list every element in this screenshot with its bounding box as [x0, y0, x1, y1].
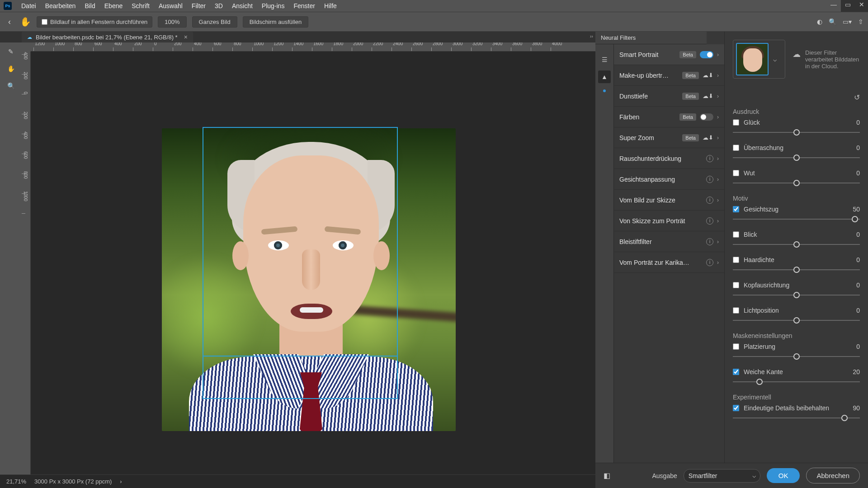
menu-ebene[interactable]: Ebene	[100, 1, 127, 11]
slider-knob[interactable]	[756, 379, 763, 385]
slider-checkbox[interactable]	[733, 257, 739, 263]
eyedropper-tool-icon[interactable]: ✎	[4, 45, 18, 58]
back-icon[interactable]: ‹	[5, 15, 14, 28]
filter-item-f-rben[interactable]: FärbenBeta›	[614, 107, 724, 127]
slider-track[interactable]	[733, 316, 860, 325]
filter-item-dunsttiefe[interactable]: DunsttiefeBeta☁⬇›	[614, 86, 724, 107]
menu-filter[interactable]: Filter	[188, 1, 210, 11]
search-icon[interactable]: 🔍	[829, 18, 836, 25]
hand-tool-icon[interactable]: ✋	[20, 16, 31, 27]
info-icon[interactable]: i	[706, 238, 713, 245]
info-icon[interactable]: i	[706, 155, 713, 162]
slider-checkbox[interactable]	[733, 369, 739, 375]
slider-knob[interactable]	[793, 317, 800, 324]
slider-knob[interactable]	[793, 292, 800, 298]
featured-filters-icon[interactable]: ▲	[598, 70, 611, 83]
filter-toggle[interactable]	[700, 51, 713, 58]
menu-plug-ins[interactable]: Plug-ins	[258, 1, 289, 11]
filter-item-make-up-bertr-[interactable]: Make-up übertr…Beta☁⬇›	[614, 65, 724, 86]
info-icon[interactable]: i	[706, 176, 713, 183]
slider-knob[interactable]	[793, 353, 800, 360]
slider-track[interactable]	[733, 178, 860, 188]
download-icon[interactable]: ☁⬇	[703, 72, 713, 79]
filter-item-bleistiftfilter[interactable]: Bleistiftfilteri›	[614, 231, 724, 252]
status-chevron-icon[interactable]: ›	[120, 478, 122, 485]
tab-flyout-icon[interactable]: ››	[590, 33, 593, 39]
download-icon[interactable]: ☁⬇	[703, 93, 713, 99]
slider-checkbox[interactable]	[733, 405, 739, 411]
slider-track[interactable]	[733, 377, 860, 386]
slider-knob[interactable]	[841, 415, 848, 421]
slider-checkbox[interactable]	[733, 170, 739, 176]
cancel-button[interactable]: Abbrechen	[806, 468, 860, 483]
menu-hilfe[interactable]: Hilfe	[320, 1, 341, 11]
slider-knob[interactable]	[793, 267, 800, 273]
slider-track[interactable]	[733, 413, 860, 422]
slider-track[interactable]	[733, 352, 860, 361]
vertical-ruler[interactable]: 60040020002004006008001000	[22, 52, 31, 474]
menu-fenster[interactable]: Fenster	[289, 1, 319, 11]
slider-track[interactable]	[733, 240, 860, 249]
horizontal-ruler[interactable]: 1200100080060040020002004006008001000120…	[31, 42, 595, 52]
scroll-all-checkbox-input[interactable]	[42, 19, 47, 25]
slider-checkbox[interactable]	[733, 282, 739, 288]
filter-item-smart-portrait[interactable]: Smart PortraitBeta›	[614, 44, 724, 65]
face-thumbnail[interactable]	[736, 43, 769, 75]
menu-datei[interactable]: Datei	[17, 1, 40, 11]
slider-checkbox[interactable]	[733, 343, 739, 350]
all-filters-icon[interactable]: ☰	[598, 53, 611, 66]
slider-track[interactable]	[733, 153, 860, 162]
fill-screen-button[interactable]: Bildschirm ausfüllen	[243, 16, 309, 28]
minimize-icon[interactable]: —	[830, 1, 837, 8]
slider-track[interactable]	[733, 128, 860, 137]
ok-button[interactable]: OK	[767, 468, 800, 483]
workspace-icon[interactable]: ▭▾	[843, 18, 852, 25]
menu-bearbeiten[interactable]: Bearbeiten	[41, 1, 80, 11]
reset-icon[interactable]: ↺	[854, 93, 860, 102]
filter-item-rauschunterdr-ckung[interactable]: Rauschunterdrückungi›	[614, 148, 724, 169]
slider-knob[interactable]	[793, 241, 800, 248]
filter-item-super-zoom[interactable]: Super ZoomBeta☁⬇›	[614, 127, 724, 148]
output-select[interactable]: Smartfilter	[684, 469, 760, 483]
share-icon[interactable]: ⇧	[858, 18, 863, 25]
menu-ansicht[interactable]: Ansicht	[228, 1, 257, 11]
slider-knob[interactable]	[852, 216, 858, 222]
maximize-icon[interactable]: ▭	[845, 1, 851, 8]
before-after-icon[interactable]: ◧	[604, 471, 610, 480]
filter-toggle[interactable]	[700, 113, 713, 121]
menu-schrift[interactable]: Schrift	[127, 1, 154, 11]
zoom-tool-icon[interactable]: 🔍	[4, 80, 18, 92]
fit-image-button[interactable]: Ganzes Bild	[192, 16, 237, 28]
hand-tool-icon[interactable]: ✋	[4, 62, 18, 75]
info-icon[interactable]: i	[706, 217, 713, 225]
canvas[interactable]	[31, 52, 595, 474]
download-icon[interactable]: ☁⬇	[703, 134, 713, 141]
slider-track[interactable]	[733, 291, 860, 300]
slider-knob[interactable]	[793, 129, 800, 136]
slider-checkbox[interactable]	[733, 231, 739, 238]
tab-close-icon[interactable]: ×	[184, 33, 188, 41]
menu-auswahl[interactable]: Auswahl	[155, 1, 187, 11]
slider-checkbox[interactable]	[733, 307, 739, 314]
info-icon[interactable]: i	[706, 197, 713, 204]
slider-knob[interactable]	[793, 180, 800, 186]
scroll-all-windows-checkbox[interactable]: Bildlauf in allen Fenstern durchführen	[37, 16, 152, 28]
filter-item-von-skizze-zum-portr-t[interactable]: Von Skizze zum Porträti›	[614, 211, 724, 231]
filter-item-vom-bild-zur-skizze[interactable]: Vom Bild zur Skizzei›	[614, 190, 724, 211]
menu-bild[interactable]: Bild	[80, 1, 99, 11]
slider-track[interactable]	[733, 265, 860, 274]
slider-track[interactable]	[733, 215, 860, 224]
slider-checkbox[interactable]	[733, 206, 739, 212]
cloud-sync-icon[interactable]: ◐	[817, 18, 822, 25]
close-icon[interactable]: ✕	[859, 1, 864, 8]
menu-3d[interactable]: 3D	[211, 1, 227, 11]
zoom-100-button[interactable]: 100%	[158, 16, 186, 28]
document-tab[interactable]: ☁ Bilder bearbeiten.psdc bei 21,7% (Eben…	[22, 32, 193, 42]
info-icon[interactable]: i	[706, 259, 713, 266]
status-zoom[interactable]: 21,71%	[6, 478, 26, 485]
face-select-chevron-icon[interactable]: ⌵	[773, 56, 780, 63]
slider-knob[interactable]	[793, 155, 800, 161]
slider-checkbox[interactable]	[733, 119, 739, 126]
filter-item-vom-portr-t-zur-karika-[interactable]: Vom Porträt zur Karika…i›	[614, 252, 724, 273]
slider-checkbox[interactable]	[733, 145, 739, 151]
